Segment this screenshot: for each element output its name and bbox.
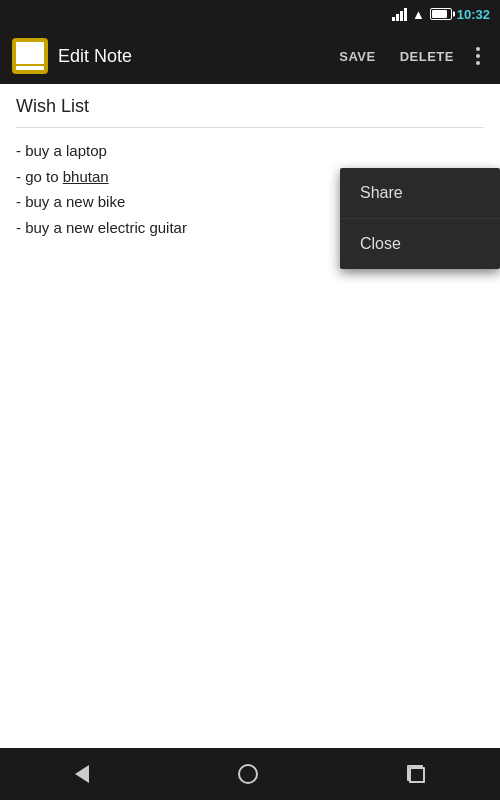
status-bar: ▲ 10:32 [0, 0, 500, 28]
note-content: Wish List - buy a laptop - go to bhutan … [0, 84, 500, 748]
note-title[interactable]: Wish List [16, 96, 484, 128]
delete-button[interactable]: DELETE [390, 43, 464, 70]
wifi-icon: ▲ [412, 7, 425, 22]
close-menu-item[interactable]: Close [340, 219, 500, 269]
action-bar-buttons: SAVE DELETE [329, 41, 488, 71]
save-button[interactable]: SAVE [329, 43, 385, 70]
share-menu-item[interactable]: Share [340, 168, 500, 219]
time-display: 10:32 [457, 7, 490, 22]
note-line-1: - buy a laptop [16, 138, 484, 164]
status-icons: ▲ 10:32 [392, 7, 490, 22]
home-button[interactable] [218, 756, 278, 792]
recent-button[interactable] [387, 757, 445, 791]
back-button[interactable] [55, 757, 109, 791]
app-icon [12, 38, 48, 74]
recent-icon [407, 765, 425, 783]
action-bar: Edit Note SAVE DELETE [0, 28, 500, 84]
dropdown-menu: Share Close [340, 168, 500, 269]
action-bar-title: Edit Note [58, 46, 319, 67]
signal-icon [392, 7, 407, 21]
nav-bar [0, 748, 500, 800]
dot-2 [476, 54, 480, 58]
dot-1 [476, 47, 480, 51]
dot-3 [476, 61, 480, 65]
overflow-menu-button[interactable] [468, 41, 488, 71]
home-icon [238, 764, 258, 784]
battery-icon [430, 8, 452, 20]
bhutan-link[interactable]: bhutan [63, 168, 109, 185]
back-arrow-icon [75, 765, 89, 783]
